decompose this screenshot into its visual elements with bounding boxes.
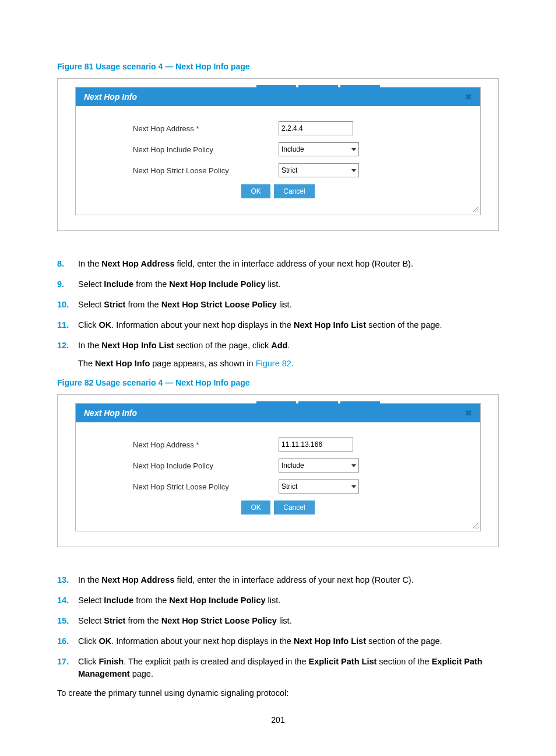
step-text: Select Include from the Next Hop Include… [78, 594, 499, 607]
figure-82-caption: Figure 82 Usage scenario 4 — Next Hop In… [57, 378, 499, 387]
select-value: Include [281, 145, 304, 153]
next-hop-info-dialog: Next Hop Info ✖ Next Hop Address * Next … [75, 87, 481, 215]
resize-grip-icon[interactable] [76, 520, 480, 531]
step-item: 9.Select Include from the Next Hop Inclu… [57, 278, 499, 290]
resize-grip-icon[interactable] [76, 204, 480, 215]
step-item: 13.In the Next Hop Address field, enter … [57, 574, 499, 586]
figure-82-screenshot: Next Hop Info ✖ Next Hop Address * Next … [57, 394, 499, 547]
step-number: 11. [57, 319, 78, 331]
dialog-header: Next Hop Info ✖ [76, 404, 480, 422]
step-item: 16.Click OK. Information about your next… [57, 635, 499, 648]
step-item: 17.Click Finish. The explicit path is cr… [57, 656, 499, 680]
step-number: 17. [57, 656, 78, 680]
select-value: Strict [281, 482, 297, 491]
step-text: Select Strict from the Next Hop Strict L… [78, 299, 499, 311]
step-number: 8. [57, 258, 78, 270]
figure-81-caption: Figure 81 Usage scenario 4 — Next Hop In… [57, 62, 499, 71]
cancel-button[interactable]: Cancel [274, 501, 314, 514]
next-hop-address-input[interactable] [279, 438, 353, 452]
step-number: 10. [57, 299, 78, 311]
step-text: Select Include from the Next Hop Include… [78, 278, 499, 290]
next-hop-include-policy-select[interactable]: Include [279, 142, 359, 156]
step-subtext: The Next Hop Info page appears, as shown… [78, 358, 499, 370]
page-number: 201 [57, 715, 499, 724]
next-hop-include-policy-label: Next Hop Include Policy [82, 145, 279, 154]
select-value: Include [281, 461, 304, 470]
trailing-paragraph: To create the primary tunnel using dynam… [57, 688, 499, 698]
steps-list-a: 8.In the Next Hop Address field, enter t… [57, 258, 499, 370]
ok-button[interactable]: OK [241, 184, 270, 198]
step-item: 15.Select Strict from the Next Hop Stric… [57, 615, 499, 627]
chevron-down-icon [351, 485, 356, 488]
step-number: 15. [57, 615, 78, 627]
step-number: 9. [57, 278, 78, 290]
step-text: Click OK. Information about your next ho… [78, 319, 499, 331]
dialog-header: Next Hop Info ✖ [76, 88, 480, 106]
step-item: 8.In the Next Hop Address field, enter t… [57, 258, 499, 270]
chevron-down-icon [351, 464, 356, 467]
step-number: 16. [57, 635, 78, 648]
next-hop-strict-loose-policy-label: Next Hop Strict Loose Policy [82, 482, 279, 491]
step-item: 11.Click OK. Information about your next… [57, 319, 499, 331]
step-number: 13. [57, 574, 78, 586]
step-text: Click Finish. The explicit path is creat… [78, 656, 499, 680]
ok-button[interactable]: OK [241, 501, 270, 514]
next-hop-address-label: Next Hop Address * [82, 124, 279, 133]
dialog-body: Next Hop Address * Next Hop Include Poli… [76, 106, 480, 204]
next-hop-info-dialog: Next Hop Info ✖ Next Hop Address * Next … [75, 403, 481, 531]
step-item: 14.Select Include from the Next Hop Incl… [57, 594, 499, 607]
step-text: In the Next Hop Info List section of the… [78, 340, 499, 370]
dialog-title: Next Hop Info [84, 92, 137, 102]
next-hop-address-label: Next Hop Address * [82, 440, 279, 449]
next-hop-strict-loose-policy-label: Next Hop Strict Loose Policy [82, 166, 279, 175]
step-item: 10.Select Strict from the Next Hop Stric… [57, 299, 499, 311]
step-text: Select Strict from the Next Hop Strict L… [78, 615, 499, 627]
step-number: 12. [57, 340, 78, 370]
chevron-down-icon [351, 148, 356, 151]
next-hop-strict-loose-policy-select[interactable]: Strict [279, 480, 359, 494]
step-text: In the Next Hop Address field, enter the… [78, 258, 499, 270]
close-icon[interactable]: ✖ [465, 408, 472, 418]
figure-link[interactable]: Figure 82 [256, 359, 291, 368]
step-item: 12.In the Next Hop Info List section of … [57, 340, 499, 370]
step-text: Click OK. Information about your next ho… [78, 635, 499, 648]
steps-list-b: 13.In the Next Hop Address field, enter … [57, 574, 499, 680]
close-icon[interactable]: ✖ [465, 92, 472, 102]
next-hop-include-policy-label: Next Hop Include Policy [82, 461, 279, 470]
next-hop-address-input[interactable] [279, 121, 353, 135]
step-text: In the Next Hop Address field, enter the… [78, 574, 499, 586]
dialog-body: Next Hop Address * Next Hop Include Poli… [76, 422, 480, 520]
next-hop-include-policy-select[interactable]: Include [279, 459, 359, 473]
dialog-title: Next Hop Info [84, 408, 137, 418]
figure-81-screenshot: Next Hop Info ✖ Next Hop Address * Next … [57, 78, 499, 231]
select-value: Strict [281, 166, 297, 174]
next-hop-strict-loose-policy-select[interactable]: Strict [279, 163, 359, 177]
step-number: 14. [57, 594, 78, 607]
chevron-down-icon [351, 169, 356, 172]
cancel-button[interactable]: Cancel [274, 184, 314, 198]
